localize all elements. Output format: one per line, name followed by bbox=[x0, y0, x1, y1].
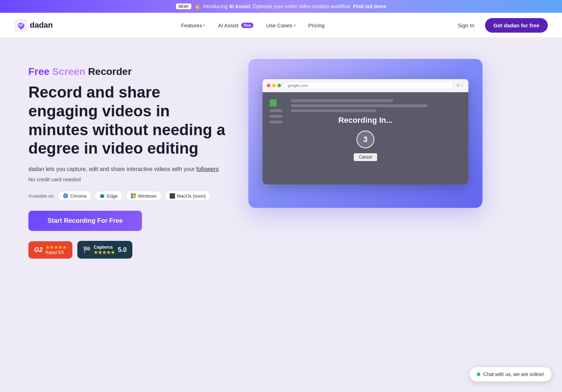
svg-point-3 bbox=[65, 195, 67, 197]
left-section: Free Screen Recorder Record and share en… bbox=[28, 59, 227, 259]
browser-sidebar-mock bbox=[270, 99, 287, 177]
g2-logo: G2 bbox=[34, 246, 43, 254]
nav-features[interactable]: Features ▾ bbox=[176, 20, 210, 31]
use-cases-chevron-icon: ▾ bbox=[294, 23, 296, 27]
chat-online-indicator bbox=[477, 372, 480, 376]
chat-widget[interactable]: Chat with us, we are online! bbox=[470, 367, 551, 381]
navbar: dadan Features ▾ AI Assist New Use Cases… bbox=[0, 13, 562, 38]
logo-icon bbox=[14, 19, 27, 32]
available-label: Available on: bbox=[28, 193, 55, 199]
content-lines bbox=[291, 99, 461, 112]
logo[interactable]: dadan bbox=[14, 19, 53, 32]
capterra-stars: ★★★★★ bbox=[94, 250, 115, 255]
windows-icon bbox=[131, 193, 136, 199]
platform-chrome[interactable]: Chrome bbox=[58, 191, 91, 201]
subtitle-word2: Screen bbox=[52, 66, 85, 77]
start-recording-button[interactable]: Start Recording For Free bbox=[28, 211, 142, 231]
main-content: Free Screen Recorder Record and share en… bbox=[0, 38, 562, 273]
recording-text: Recording In... bbox=[338, 116, 393, 125]
cancel-button-mock[interactable]: Cancel bbox=[354, 153, 377, 161]
browser-close-dot bbox=[267, 84, 270, 87]
chrome-icon bbox=[63, 193, 68, 199]
nav-pricing[interactable]: Pricing bbox=[303, 20, 330, 31]
browser-maximize-dot bbox=[277, 84, 281, 87]
logo-text: dadan bbox=[30, 21, 53, 30]
nav-links: Features ▾ AI Assist New Use Cases ▾ Pri… bbox=[176, 20, 330, 31]
ratings-row: G2 ★★★★★ Rated 5/5 🏁 Capterra ★★★★★ 5.0 bbox=[28, 241, 227, 259]
available-on: Available on: Chrome Edge bbox=[28, 191, 227, 201]
banner-text: Introducing AI Assist: Optimise your ent… bbox=[203, 4, 350, 9]
right-section: google.com ⊕ ☆ bbox=[248, 59, 483, 208]
no-credit-text: No credit card needed bbox=[28, 176, 227, 182]
browser-dots bbox=[267, 84, 281, 87]
capterra-rating-badge: 🏁 Capterra ★★★★★ 5.0 bbox=[77, 241, 132, 259]
browser-mockup: google.com ⊕ ☆ bbox=[263, 79, 468, 184]
platform-macos[interactable]: ⬛ MacOs (soon) bbox=[165, 191, 211, 201]
followers-link[interactable]: followers bbox=[196, 166, 219, 172]
chat-label: Chat with us, we are online! bbox=[483, 371, 544, 377]
capterra-score: 5.0 bbox=[118, 246, 127, 254]
features-chevron-icon: ▾ bbox=[203, 23, 205, 27]
nav-ai-assist[interactable]: AI Assist New bbox=[213, 20, 258, 31]
capterra-icon: 🏁 bbox=[83, 246, 91, 254]
ai-assist-badge: New bbox=[241, 23, 254, 28]
browser-bar: google.com ⊕ ☆ bbox=[263, 79, 468, 92]
top-banner: NEW! 👋 Introducing AI Assist: Optimise y… bbox=[0, 0, 562, 13]
new-badge: NEW! bbox=[176, 4, 191, 9]
page-description: dadan lets you capture, edit and share i… bbox=[28, 165, 227, 173]
platform-edge[interactable]: Edge bbox=[95, 191, 122, 201]
browser-actions: ⊕ ☆ bbox=[456, 83, 464, 88]
banner-link[interactable]: Find out more bbox=[353, 4, 386, 9]
capterra-logo: Capterra bbox=[94, 244, 115, 250]
demo-container: google.com ⊕ ☆ bbox=[248, 59, 483, 208]
svg-rect-6 bbox=[133, 193, 136, 196]
nav-right: Sign In Get dadan for free bbox=[453, 18, 548, 33]
get-dadan-button[interactable]: Get dadan for free bbox=[485, 18, 548, 33]
svg-rect-7 bbox=[131, 196, 133, 199]
countdown-circle: 3 bbox=[357, 131, 374, 148]
browser-url-bar: google.com bbox=[284, 82, 453, 89]
svg-rect-8 bbox=[133, 196, 136, 199]
subtitle-word1: Free bbox=[28, 66, 49, 77]
nav-use-cases[interactable]: Use Cases ▾ bbox=[261, 20, 300, 31]
recording-overlay: Recording In... 3 Cancel bbox=[338, 116, 393, 161]
macos-icon: ⬛ bbox=[170, 193, 175, 199]
edge-icon bbox=[99, 193, 105, 199]
g2-rating-badge: G2 ★★★★★ Rated 5/5 bbox=[28, 241, 72, 259]
sign-in-button[interactable]: Sign In bbox=[453, 20, 479, 31]
svg-rect-5 bbox=[131, 193, 133, 196]
subtitle-word3: Recorder bbox=[88, 66, 132, 77]
g2-rated: Rated 5/5 bbox=[45, 250, 67, 255]
page-title: Record and share engaging videos in minu… bbox=[28, 83, 227, 158]
g2-stars: ★★★★★ bbox=[45, 245, 67, 250]
platform-windows[interactable]: Windows bbox=[126, 191, 161, 201]
browser-minimize-dot bbox=[272, 84, 276, 87]
banner-emoji: 👋 bbox=[194, 4, 200, 9]
page-subtitle: Free Screen Recorder bbox=[28, 66, 227, 77]
browser-content: Recording In... 3 Cancel bbox=[263, 92, 468, 184]
